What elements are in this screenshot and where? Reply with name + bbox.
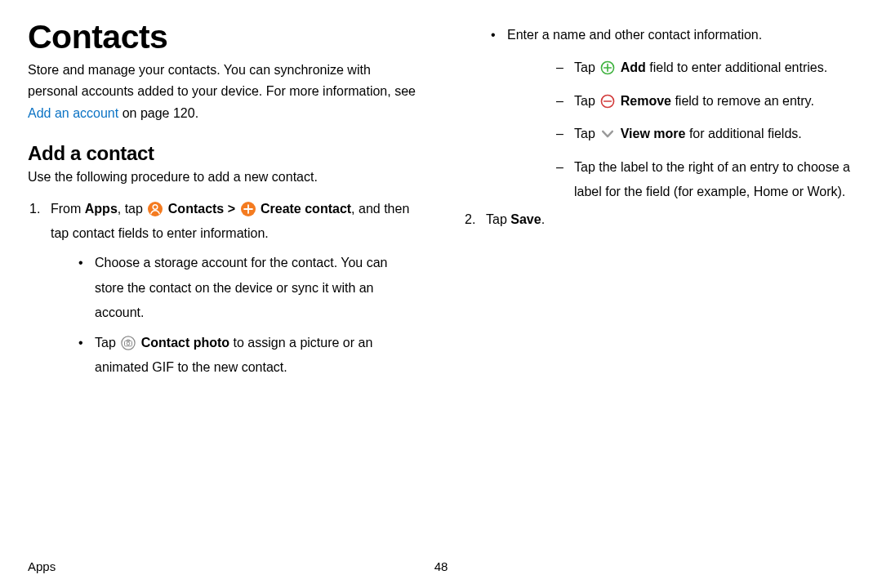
two-column-layout: Contacts Store and manage your contacts.… (28, 18, 854, 555)
step2-post: . (541, 212, 545, 226)
add-field-icon (600, 60, 615, 75)
photo-post: to assign a picture or an animated GIF t… (95, 336, 372, 374)
page-number: 48 (434, 559, 448, 573)
bullet-storage-account: Choose a storage account for the contact… (51, 251, 419, 325)
steps-list: From Apps, tap Contacts > Create contact… (28, 197, 419, 381)
rem-pre: Tap (574, 94, 599, 108)
footer-section: Apps (28, 559, 56, 573)
create-contact-icon (241, 202, 256, 216)
page-footer: Apps 48 (28, 555, 854, 588)
rem-post: field to remove an entry. (671, 94, 814, 108)
add-post: field to enter additional entries. (646, 60, 827, 74)
enter-name-text: Enter a name and other contact informati… (507, 28, 762, 42)
add-pre: Tap (574, 60, 599, 74)
add-label: Add (621, 60, 646, 74)
camera-icon (121, 336, 136, 350)
steps-continued: Tap Save. (463, 207, 854, 232)
remove-label: Remove (621, 94, 671, 108)
page-title: Contacts (28, 18, 419, 56)
step2-pre: Tap (486, 212, 510, 226)
step-1: From Apps, tap Contacts > Create contact… (28, 197, 419, 381)
svg-point-6 (127, 341, 130, 345)
intro-text-post: on page 120. (118, 106, 198, 120)
step1-bullets: Choose a storage account for the contact… (51, 251, 419, 380)
sub-view-more: Tap View more for additional fields. (507, 122, 854, 146)
add-contact-heading: Add a contact (28, 142, 419, 165)
vm-pre: Tap (574, 127, 599, 140)
intro-paragraph: Store and manage your contacts. You can … (28, 60, 419, 124)
right-column: Enter a name and other contact informati… (463, 18, 854, 555)
save-label: Save (510, 212, 541, 226)
create-contact-label: Create contact (261, 202, 351, 216)
left-column: Contacts Store and manage your contacts.… (28, 18, 419, 555)
contacts-label: Contacts (168, 202, 224, 216)
contact-photo-label: Contact photo (141, 336, 229, 350)
bullet-contact-photo: Tap Contact photo to assign a picture or… (51, 331, 419, 381)
vm-post: for additional fields. (685, 127, 801, 140)
bullet-enter-name: Enter a name and other contact informati… (463, 23, 854, 204)
field-actions: Tap Add field to enter additional entrie… (507, 56, 854, 204)
step1-pre: From (51, 202, 85, 216)
breadcrumb-chevron: > (224, 202, 238, 216)
add-contact-sub: Use the following procedure to add a new… (28, 167, 419, 188)
sub-add-field: Tap Add field to enter additional entrie… (507, 56, 854, 80)
sub-remove-field: Tap Remove field to remove an entry. (507, 89, 854, 114)
sub-tap-label: Tap the label to the right of an entry t… (507, 155, 854, 205)
contacts-app-icon (148, 202, 163, 216)
manual-page: Contacts Store and manage your contacts.… (0, 0, 882, 588)
svg-rect-5 (127, 340, 130, 341)
photo-pre: Tap (95, 336, 119, 350)
svg-point-3 (122, 336, 135, 349)
remove-field-icon (600, 94, 615, 109)
step-2: Tap Save. (463, 207, 854, 232)
intro-text-pre: Store and manage your contacts. You can … (28, 63, 416, 98)
apps-label: Apps (85, 202, 118, 216)
view-more-label: View more (621, 127, 686, 140)
add-account-link[interactable]: Add an account (28, 106, 118, 120)
step1-bullets-continued: Enter a name and other contact informati… (463, 23, 854, 204)
chevron-down-icon (600, 127, 615, 141)
step1-mid1: , tap (118, 202, 147, 216)
